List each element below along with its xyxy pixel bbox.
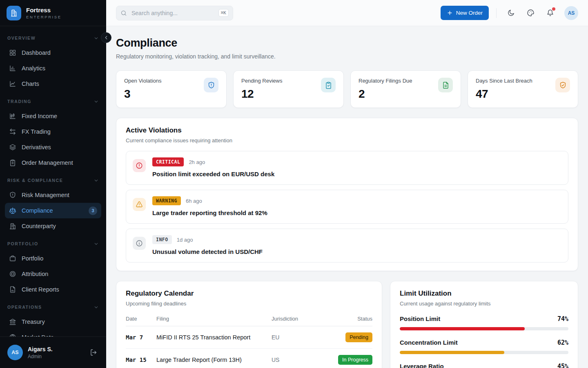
stat-cards: Open Violations 3 Pending Reviews 12 R — [116, 70, 578, 108]
panel-title: Active Violations — [126, 126, 568, 135]
limit-label: Leverage Ratio — [400, 363, 444, 368]
stat-value: 3 — [124, 88, 162, 101]
sidebar-item-counterparty[interactable]: Counterparty — [5, 218, 101, 234]
regulatory-calendar-panel: Regulatory Calendar Upcoming filing dead… — [116, 281, 382, 368]
brand: Fortress ENTERPRISE — [0, 0, 106, 26]
sidebar-item-label: Compliance — [22, 207, 53, 214]
sidebar-item-label: Attribution — [22, 271, 48, 277]
chevron-down-icon — [94, 178, 99, 183]
sidebar-item-label: Dashboard — [22, 49, 51, 56]
nav-section-portfolio[interactable]: PORTFOLIO — [7, 240, 99, 248]
sidebar-item-compliance[interactable]: Compliance 3 — [5, 203, 101, 218]
clipboard-list-icon — [9, 159, 16, 166]
column-header-filing: Filing — [156, 309, 272, 326]
sidebar-item-order-management[interactable]: Order Management — [5, 155, 101, 171]
alert-circle-icon — [133, 159, 146, 172]
nav-section-risk-compliance[interactable]: RISK & COMPLIANCE — [7, 176, 99, 184]
stat-value: 47 — [476, 88, 532, 101]
info-circle-icon — [133, 237, 146, 250]
violation-time: 6h ago — [186, 198, 202, 204]
sidebar-item-label: Counterparty — [22, 223, 56, 229]
stat-label: Days Since Last Breach — [476, 78, 532, 84]
active-violations-panel: Active Violations Current compliance iss… — [116, 118, 578, 271]
limit-label: Position Limit — [400, 315, 440, 322]
sidebar-item-label: Order Management — [22, 159, 73, 166]
sidebar-item-dashboard[interactable]: Dashboard — [5, 45, 101, 61]
stat-value: 2 — [359, 88, 412, 101]
sidebar-user-section: AS Aigars S. Admin — [0, 337, 106, 368]
column-header-status: Status — [327, 309, 372, 326]
sidebar-item-attribution[interactable]: Attribution — [5, 266, 101, 282]
filing-date: Mar 15 — [126, 349, 156, 368]
stat-days-since-last-breach: Days Since Last Breach 47 — [468, 70, 578, 108]
sidebar-item-market-data[interactable]: Market Data — [5, 330, 101, 337]
trend-chart-icon — [9, 80, 16, 88]
page-title: Compliance — [116, 37, 578, 49]
search-shortcut-kbd: ⌘K — [218, 9, 229, 17]
filing-date: Mar 7 — [126, 326, 156, 349]
dark-mode-toggle[interactable] — [504, 6, 518, 20]
new-order-label: New Order — [456, 10, 483, 16]
limit-position: Position Limit 74% — [400, 315, 568, 330]
notifications-button[interactable] — [543, 6, 557, 20]
nav-section-trading[interactable]: TRADING — [7, 97, 99, 105]
chevron-left-icon — [103, 35, 109, 40]
new-order-button[interactable]: New Order — [441, 6, 489, 20]
nav-section-overview[interactable]: OVERVIEW — [7, 34, 99, 42]
sidebar-item-derivatives[interactable]: Derivatives — [5, 139, 101, 155]
sidebar: Fortress ENTERPRISE OVERVIEW Dashboard A… — [0, 0, 106, 368]
violation-warning: WARNING 6h ago Large trader reporting th… — [126, 190, 568, 224]
search-input[interactable] — [131, 9, 215, 17]
target-icon — [9, 270, 16, 278]
plus-icon — [447, 10, 453, 16]
limit-value: 45% — [557, 363, 568, 368]
sidebar-item-fixed-income[interactable]: Fixed Income — [5, 108, 101, 124]
filing-name: Large Trader Report (Form 13H) — [156, 349, 272, 368]
shield-alert-icon — [204, 78, 218, 92]
stat-open-violations: Open Violations 3 — [116, 70, 227, 108]
sidebar-item-analytics[interactable]: Analytics — [5, 61, 101, 76]
violation-time: 1d ago — [177, 237, 193, 243]
bar-chart-icon — [9, 65, 16, 72]
limit-label: Concentration Limit — [400, 339, 458, 346]
sidebar-item-portfolio[interactable]: Portfolio — [5, 251, 101, 266]
violation-list: CRITICAL 2h ago Position limit exceeded … — [126, 151, 568, 263]
sidebar-item-label: Charts — [22, 81, 39, 87]
moon-icon — [507, 9, 515, 17]
alert-triangle-icon — [133, 198, 146, 211]
filing-name: MiFID II RTS 25 Transaction Report — [156, 326, 272, 349]
topbar: ⌘K New Order AS — [106, 0, 588, 26]
sidebar-item-treasury[interactable]: Treasury — [5, 314, 101, 330]
violation-info: INFO 1d ago Unusual volume detected in U… — [126, 229, 568, 263]
sidebar-item-label: FX Trading — [22, 128, 51, 135]
sidebar-item-charts[interactable]: Charts — [5, 76, 101, 92]
theme-palette-button[interactable] — [523, 6, 537, 20]
globe-icon — [9, 334, 16, 337]
limit-value: 62% — [557, 339, 568, 346]
sidebar-item-client-reports[interactable]: Client Reports — [5, 282, 101, 297]
sidebar-collapse-button[interactable] — [101, 32, 111, 43]
nav-section-operations[interactable]: OPERATIONS — [7, 303, 99, 311]
palette-icon — [527, 9, 535, 17]
global-search[interactable]: ⌘K — [116, 6, 233, 20]
sidebar-item-fx-trading[interactable]: FX Trading — [5, 124, 101, 139]
file-text-icon — [438, 78, 453, 92]
violation-message: Large trader reporting threshold at 92% — [152, 209, 267, 216]
sidebar-item-risk-management[interactable]: Risk Management — [5, 187, 101, 203]
brand-name: Fortress — [26, 7, 62, 14]
limit-value: 74% — [557, 315, 568, 323]
topbar-avatar[interactable]: AS — [564, 6, 578, 20]
section-label: OPERATIONS — [7, 305, 42, 310]
logout-button[interactable] — [88, 347, 99, 358]
bottom-grid: Regulatory Calendar Upcoming filing dead… — [116, 281, 578, 368]
panel-subtitle: Current compliance issues requiring atte… — [126, 137, 568, 144]
severity-badge: WARNING — [152, 196, 181, 205]
notification-dot — [552, 7, 555, 11]
layers-icon — [9, 144, 16, 151]
chevron-down-icon — [94, 305, 99, 310]
panel-subtitle: Upcoming filing deadlines — [126, 301, 372, 307]
limit-concentration: Concentration Limit 62% — [400, 339, 568, 354]
sidebar-nav: OVERVIEW Dashboard Analytics Charts TRAD… — [0, 26, 106, 337]
status-badge: Pending — [345, 332, 372, 342]
panel-title: Regulatory Calendar — [126, 289, 372, 298]
